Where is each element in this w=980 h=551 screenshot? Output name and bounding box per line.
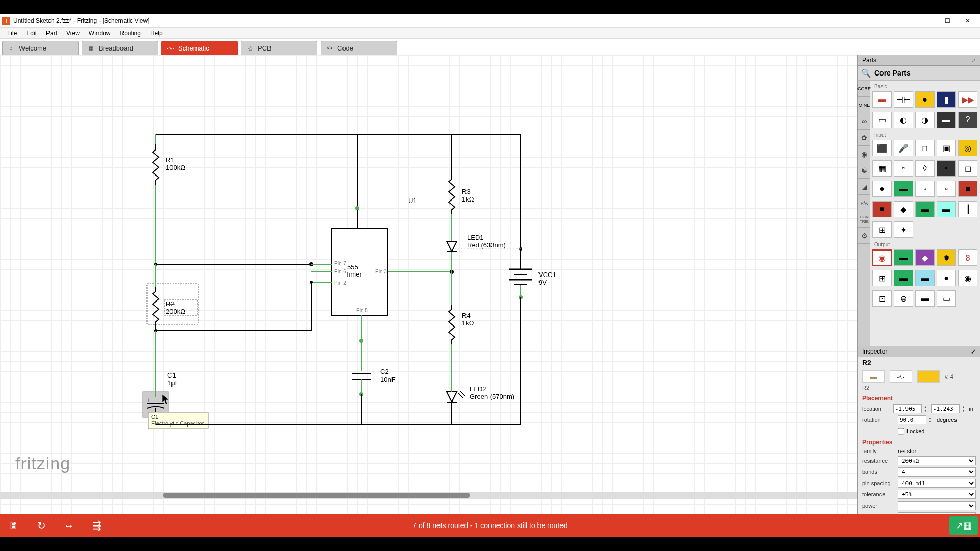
part-pot[interactable]: ▣ bbox=[937, 140, 956, 156]
horizontal-scrollbar[interactable] bbox=[0, 492, 857, 499]
autoroute-tool-icon[interactable]: ⇶ bbox=[83, 514, 110, 537]
part-photo[interactable]: ◊ bbox=[915, 160, 935, 177]
bin-sparkfun-icon[interactable]: ✿ bbox=[858, 130, 870, 146]
part-mic[interactable]: 🎤 bbox=[894, 140, 913, 156]
expand-icon[interactable]: ⤢ bbox=[971, 348, 976, 355]
component-led1[interactable] bbox=[447, 241, 465, 252]
part-encoder[interactable]: ◎ bbox=[958, 140, 977, 156]
part-led[interactable]: ◉ bbox=[872, 249, 892, 266]
location-y-input[interactable] bbox=[931, 404, 960, 413]
part-gps[interactable]: ◆ bbox=[894, 201, 913, 217]
tab-code[interactable]: <> Code bbox=[321, 41, 397, 55]
part-accel[interactable]: ● bbox=[872, 181, 892, 197]
component-u1[interactable]: 555 Timer Pin 7 Pin 6 Pin 2 Pin 3 Pin 5 bbox=[332, 229, 388, 315]
part-resistor[interactable]: ▬ bbox=[872, 91, 892, 108]
part-tilt[interactable]: ▫ bbox=[894, 160, 913, 177]
component-r3[interactable] bbox=[449, 175, 455, 214]
flip-tool-icon[interactable]: ↔ bbox=[55, 514, 83, 537]
prop-tolerance[interactable]: ±5% bbox=[898, 490, 976, 499]
bin-seeed-icon[interactable]: ☯ bbox=[858, 162, 870, 179]
part-crystal[interactable]: ▭ bbox=[872, 112, 892, 128]
part-ic[interactable]: ▬ bbox=[937, 112, 956, 128]
bin-contrib-icon[interactable]: CONTRIB bbox=[858, 211, 870, 228]
spinner-icon[interactable]: ▲▼ bbox=[928, 416, 935, 423]
part-transistor[interactable]: ◐ bbox=[894, 112, 913, 128]
prop-resistance[interactable]: 200kΩ bbox=[898, 456, 976, 465]
part-joy[interactable]: ✦ bbox=[894, 221, 913, 238]
part-buzzer[interactable]: ▬ bbox=[894, 270, 913, 286]
part-ant[interactable]: ║ bbox=[958, 201, 977, 217]
part-rfid[interactable]: ■ bbox=[872, 201, 892, 217]
menu-window[interactable]: Window bbox=[85, 29, 115, 38]
menu-routing[interactable]: Routing bbox=[116, 29, 145, 38]
part-mosfet[interactable]: ◑ bbox=[915, 112, 935, 128]
part-dist[interactable]: ▬ bbox=[894, 181, 913, 197]
location-x-input[interactable] bbox=[893, 404, 922, 413]
tab-pcb[interactable]: ◎ PCB bbox=[241, 41, 317, 55]
prop-pinspacing[interactable]: 400 mil bbox=[898, 479, 976, 488]
bin-intel-icon[interactable]: ◉ bbox=[858, 146, 870, 162]
spinner-icon[interactable]: ▲▼ bbox=[962, 405, 967, 412]
part-thermo[interactable]: ▪ bbox=[937, 160, 956, 177]
part-rgb[interactable]: ▬ bbox=[894, 249, 913, 266]
part-matrix[interactable]: ⊡ bbox=[872, 290, 892, 307]
bin-arduino-icon[interactable]: ∞ bbox=[858, 113, 870, 130]
menu-help[interactable]: Help bbox=[146, 29, 167, 38]
rotate-tool-icon[interactable]: ↻ bbox=[28, 514, 55, 537]
part-dc[interactable]: ⊜ bbox=[894, 290, 913, 307]
maximize-button[interactable]: ☐ bbox=[937, 16, 958, 26]
tab-welcome[interactable]: ⌂ Welcome bbox=[2, 41, 79, 55]
part-ws2812[interactable]: ◆ bbox=[915, 249, 935, 266]
menu-edit[interactable]: Edit bbox=[22, 29, 41, 38]
expand-icon[interactable]: ⤢ bbox=[972, 58, 976, 63]
part-button[interactable]: ⬛ bbox=[872, 140, 892, 156]
part-inductor[interactable]: ▮ bbox=[937, 91, 956, 108]
part-hall[interactable]: ▫ bbox=[937, 181, 956, 197]
prop-bands[interactable]: 4 bbox=[898, 467, 976, 477]
parts-grid[interactable]: Basic ▬ ⊣⊢ ● ▮ ▶▶ ▭ ◐ ◑ ▬ ? bbox=[870, 81, 980, 346]
part-motor[interactable]: ✹ bbox=[937, 249, 956, 266]
part-7seg[interactable]: 8 bbox=[958, 249, 977, 266]
menu-view[interactable]: View bbox=[62, 29, 84, 38]
part-switch[interactable]: ⊓ bbox=[915, 140, 935, 156]
tab-breadboard[interactable]: ▦ Breadboard bbox=[82, 41, 158, 55]
part-keypad[interactable]: ⊞ bbox=[872, 221, 892, 238]
search-icon[interactable]: 🔍 bbox=[861, 68, 871, 78]
part-fsr[interactable]: ◻ bbox=[958, 160, 977, 177]
bin-pa-icon[interactable]: P/A bbox=[858, 195, 870, 211]
part-fan[interactable]: ▭ bbox=[937, 290, 956, 307]
bin-gear-icon[interactable]: ⚙ bbox=[858, 228, 870, 244]
part-flex[interactable]: ▬ bbox=[937, 201, 956, 217]
tab-schematic[interactable]: -∿- Schematic bbox=[161, 41, 238, 55]
menu-part[interactable]: Part bbox=[42, 29, 61, 38]
note-tool-icon[interactable]: 🗎 bbox=[0, 514, 28, 537]
bin-other-icon[interactable]: ◪ bbox=[858, 179, 870, 195]
part-capacitor[interactable]: ⊣⊢ bbox=[894, 91, 913, 108]
part-ir[interactable]: ▫ bbox=[915, 181, 935, 197]
part-lcd[interactable]: ⊞ bbox=[872, 270, 892, 286]
component-vcc1[interactable] bbox=[509, 269, 532, 285]
part-servo[interactable]: ● bbox=[937, 270, 956, 286]
part-diode[interactable]: ▶▶ bbox=[958, 91, 977, 108]
component-r4[interactable] bbox=[449, 305, 455, 344]
inspector-subname[interactable]: R2 bbox=[858, 385, 980, 393]
part-stepper[interactable]: ▬ bbox=[915, 290, 935, 307]
component-r2[interactable] bbox=[153, 287, 159, 326]
part-relay[interactable]: ▦ bbox=[872, 160, 892, 177]
rotation-input[interactable] bbox=[898, 415, 926, 424]
spinner-icon[interactable]: ▲▼ bbox=[924, 405, 929, 412]
schematic-canvas[interactable]: R1 100kΩ R2 200kΩ bbox=[0, 55, 857, 514]
bin-mine[interactable]: MINE bbox=[858, 97, 870, 113]
close-button[interactable]: ✕ bbox=[958, 16, 978, 26]
part-speaker[interactable]: ◉ bbox=[958, 270, 977, 286]
schematic-svg[interactable]: R1 100kΩ R2 200kΩ bbox=[0, 55, 857, 504]
locked-checkbox[interactable] bbox=[898, 427, 904, 436]
part-oled[interactable]: ▬ bbox=[915, 270, 935, 286]
menu-file[interactable]: File bbox=[3, 29, 21, 38]
part-pir[interactable]: ■ bbox=[958, 181, 977, 197]
minimize-button[interactable]: ─ bbox=[917, 16, 937, 26]
component-r1[interactable] bbox=[153, 144, 159, 185]
share-button[interactable]: ↗▦ bbox=[949, 516, 978, 535]
part-mystery[interactable]: ? bbox=[958, 112, 977, 128]
part-light[interactable]: ▬ bbox=[915, 201, 935, 217]
